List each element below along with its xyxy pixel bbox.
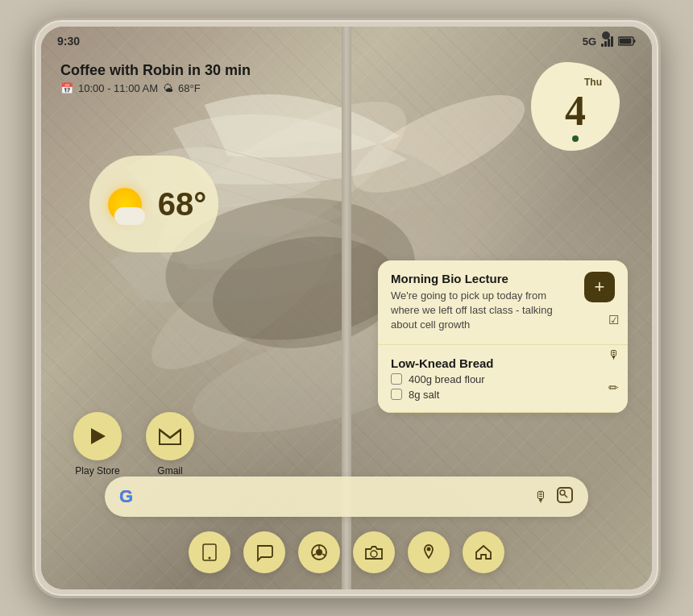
- calendar-day: Thu: [584, 77, 602, 88]
- event-time: 10:00 - 11:00 AM: [78, 82, 158, 94]
- dock-messages[interactable]: [243, 531, 285, 573]
- dock-chrome[interactable]: [298, 531, 340, 573]
- battery-icon: [618, 36, 636, 46]
- svg-point-26: [427, 547, 431, 551]
- svg-point-21: [316, 549, 322, 556]
- dock-phone[interactable]: [189, 531, 230, 573]
- gmail-icon: [146, 412, 194, 460]
- notes-side-icons: ☑ 🎙 ✏: [602, 309, 625, 399]
- status-bar: 9:30 5G: [41, 27, 652, 56]
- weather-widget[interactable]: 68°: [89, 156, 218, 252]
- search-bar[interactable]: G 🎙: [105, 477, 588, 517]
- bread-title: Low-Knead Bread: [391, 356, 615, 370]
- play-store-label: Play Store: [75, 465, 119, 477]
- screen: 9:30 5G Coffee with Robin: [41, 27, 652, 589]
- notes-add-button[interactable]: +: [584, 272, 615, 302]
- google-logo: G: [119, 486, 133, 507]
- svg-point-25: [371, 551, 377, 557]
- event-title: Coffee with Robin in 30 min: [60, 62, 251, 79]
- dock-home[interactable]: [463, 531, 504, 573]
- signal-icon: [601, 36, 613, 47]
- lens-search-icon[interactable]: [556, 486, 574, 508]
- svg-point-19: [209, 557, 211, 560]
- bio-lecture-body: We're going to pick up today from where …: [391, 289, 578, 333]
- weather-sun-icon: [102, 180, 150, 228]
- play-store-app[interactable]: Play Store: [73, 412, 122, 477]
- device: 9:30 5G Coffee with Robin: [32, 18, 661, 598]
- time-display: 9:30: [57, 35, 80, 48]
- checkbox-1[interactable]: [391, 373, 402, 385]
- status-icons: 5G: [583, 35, 636, 48]
- event-details: 📅 10:00 - 11:00 AM 🌤 68°F: [60, 82, 251, 94]
- svg-point-17: [560, 490, 565, 495]
- calendar-date: 4: [565, 90, 586, 132]
- bread-item-2: 8g salt: [391, 389, 615, 401]
- bio-lecture-title: Morning Bio Lecture: [391, 272, 578, 285]
- weather-icon: 🌤: [163, 82, 173, 94]
- notes-widget: Morning Bio Lecture We're going to pick …: [378, 260, 628, 413]
- dock-camera[interactable]: [353, 531, 395, 573]
- gmail-app[interactable]: Gmail: [146, 412, 194, 477]
- app-row: Play Store Gmail: [73, 412, 194, 477]
- dock-maps[interactable]: [408, 531, 450, 573]
- notes-mic-icon[interactable]: 🎙: [602, 343, 625, 365]
- event-card[interactable]: Coffee with Robin in 30 min 📅 10:00 - 11…: [60, 62, 251, 94]
- play-store-icon: [73, 412, 122, 460]
- svg-line-18: [565, 494, 568, 497]
- svg-rect-13: [620, 39, 632, 44]
- notes-check-icon[interactable]: ☑: [602, 309, 625, 331]
- notes-pencil-icon[interactable]: ✏: [602, 377, 625, 399]
- bread-item-1: 400g bread flour: [391, 373, 615, 385]
- svg-marker-15: [91, 428, 106, 444]
- gmail-label: Gmail: [157, 465, 182, 477]
- temperature-display: 68°: [158, 186, 207, 223]
- notes-section-bread: Low-Knead Bread 400g bread flour 8g salt: [378, 345, 628, 413]
- calendar-dot: [572, 135, 579, 142]
- voice-search-icon[interactable]: 🎙: [533, 489, 548, 506]
- svg-rect-14: [634, 40, 636, 43]
- dock: [189, 531, 504, 573]
- notes-section-bio: Morning Bio Lecture We're going to pick …: [378, 260, 628, 345]
- network-type: 5G: [583, 35, 596, 48]
- event-weather: 68°F: [178, 82, 201, 94]
- calendar-icon: 📅: [60, 82, 73, 94]
- checkbox-2[interactable]: [391, 389, 402, 400]
